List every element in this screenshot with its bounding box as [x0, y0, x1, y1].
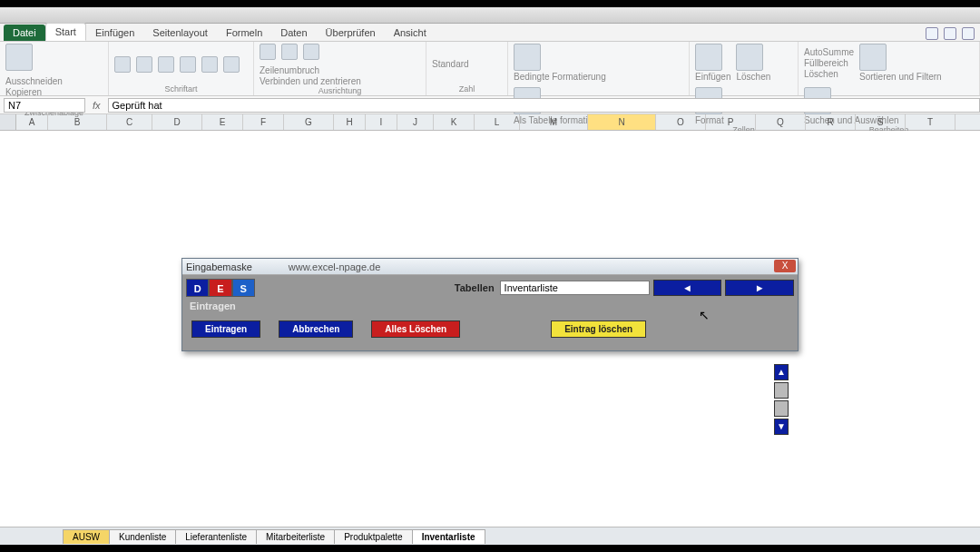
- col-header-C[interactable]: C: [107, 114, 152, 130]
- fill-color-icon[interactable]: [201, 56, 218, 73]
- tab-file[interactable]: Datei: [4, 25, 45, 41]
- dialog-titlebar[interactable]: Eingabemaske www.excel-npage.de X: [182, 259, 798, 275]
- conditional-formatting-icon[interactable]: [514, 44, 541, 71]
- ribbon: Ausschneiden Kopieren Format übertragen …: [0, 42, 980, 96]
- col-header-B[interactable]: B: [48, 114, 107, 130]
- sheet-tab-mitarbeiter[interactable]: Mitarbeiterliste: [256, 529, 335, 544]
- scroll-up-icon[interactable]: ▲: [774, 364, 789, 380]
- sheet-tab-lieferanten[interactable]: Lieferantenliste: [175, 529, 257, 544]
- col-header-J[interactable]: J: [397, 114, 434, 130]
- dialog-title: Eingabemaske: [186, 261, 252, 272]
- select-all-corner[interactable]: [0, 114, 16, 130]
- sheet-tab-kunden[interactable]: Kundenliste: [109, 529, 176, 544]
- bold-icon[interactable]: [114, 56, 131, 73]
- fill-button[interactable]: Füllbereich: [804, 58, 854, 68]
- delete-all-button[interactable]: Alles Löschen: [371, 320, 460, 338]
- delete-entry-button[interactable]: Eintrag löschen: [551, 320, 646, 338]
- tab-formeln[interactable]: Formeln: [217, 25, 271, 41]
- col-header-I[interactable]: I: [366, 114, 397, 130]
- window-titlebar: [0, 7, 980, 24]
- input-mask-dialog: Eingabemaske www.excel-npage.de X D E S …: [181, 258, 799, 351]
- align-right-icon[interactable]: [303, 44, 319, 60]
- tab-ansicht[interactable]: Ansicht: [385, 25, 436, 41]
- col-header-L[interactable]: L: [475, 114, 520, 130]
- col-header-P[interactable]: P: [706, 114, 756, 130]
- nav-next-button[interactable]: ►: [725, 280, 794, 296]
- autosum-button[interactable]: AutoSumme: [804, 47, 854, 57]
- scroll-down-icon[interactable]: ▼: [774, 419, 789, 435]
- nav-prev-button[interactable]: ◄: [653, 280, 722, 296]
- col-header-G[interactable]: G: [284, 114, 334, 130]
- number-format-dropdown[interactable]: Standard: [432, 59, 469, 69]
- group-align-label: Ausrichtung: [260, 86, 420, 95]
- col-header-E[interactable]: E: [202, 114, 243, 130]
- scroll-track[interactable]: [774, 382, 789, 399]
- scroll-track[interactable]: [774, 400, 789, 417]
- cancel-button[interactable]: Abbrechen: [279, 320, 353, 338]
- sort-filter-icon[interactable]: [859, 44, 887, 71]
- col-header-A[interactable]: A: [16, 114, 48, 130]
- d-button[interactable]: D: [186, 279, 209, 297]
- col-header-D[interactable]: D: [152, 114, 202, 130]
- tab-start[interactable]: Start: [45, 23, 86, 41]
- col-header-O[interactable]: O: [656, 114, 706, 130]
- border-icon[interactable]: [180, 56, 196, 73]
- enter-button[interactable]: Eintragen: [191, 320, 260, 338]
- copy-button[interactable]: Kopieren: [5, 87, 81, 97]
- tab-seitenlayout[interactable]: Seitenlayout: [143, 25, 217, 41]
- insert-cells-icon[interactable]: [695, 44, 722, 71]
- fx-icon[interactable]: fx: [93, 100, 101, 111]
- section-eintragen-label: Eintragen: [186, 299, 794, 313]
- paste-icon[interactable]: [5, 44, 33, 71]
- group-font-label: Schriftart: [114, 84, 248, 94]
- formula-bar: N7 fx Geprüft hat: [0, 96, 980, 114]
- col-header-K[interactable]: K: [434, 114, 475, 130]
- col-header-R[interactable]: R: [806, 114, 856, 130]
- sheet-tab-inventar[interactable]: Inventarliste: [412, 529, 485, 544]
- underline-icon[interactable]: [158, 56, 174, 73]
- col-header-N[interactable]: N: [588, 114, 656, 130]
- e-button[interactable]: E: [209, 279, 231, 297]
- font-color-icon[interactable]: [223, 56, 240, 73]
- column-headers: ABCDEFGHIJKLMNOPQRST: [0, 114, 980, 131]
- close-icon[interactable]: X: [774, 260, 796, 272]
- merge-center-button[interactable]: Verbinden und zentrieren: [260, 76, 361, 86]
- ribbon-tabs: Datei StartEinfügenSeitenlayoutFormelnDa…: [0, 24, 980, 42]
- col-header-F[interactable]: F: [243, 114, 284, 130]
- group-number-label: Zahl: [432, 84, 502, 94]
- delete-cells-icon[interactable]: [736, 44, 763, 71]
- align-left-icon[interactable]: [260, 44, 276, 60]
- col-header-M[interactable]: M: [520, 114, 588, 130]
- col-header-Q[interactable]: Q: [756, 114, 806, 130]
- name-box[interactable]: N7: [4, 98, 85, 113]
- table-select[interactable]: Inventarliste: [500, 281, 650, 295]
- clear-button[interactable]: Löschen: [804, 69, 854, 79]
- sheet-tab-produkt[interactable]: Produktpalette: [334, 529, 413, 544]
- tab-einfügen[interactable]: Einfügen: [86, 25, 143, 41]
- s-button[interactable]: S: [232, 279, 255, 297]
- formula-input[interactable]: Geprüft hat: [108, 98, 980, 113]
- wrap-text-button[interactable]: Zeilenumbruch: [260, 65, 361, 75]
- help-icon[interactable]: [926, 27, 938, 40]
- sheet-tabs: AUSW Kundenliste Lieferantenliste Mitarb…: [0, 527, 980, 545]
- italic-icon[interactable]: [136, 56, 152, 73]
- col-header-T[interactable]: T: [906, 114, 956, 130]
- tab-überprüfen[interactable]: Überprüfen: [317, 25, 385, 41]
- window-help-icon[interactable]: [962, 27, 975, 40]
- col-header-S[interactable]: S: [856, 114, 906, 130]
- minimize-ribbon-icon[interactable]: [944, 27, 956, 40]
- tab-daten[interactable]: Daten: [271, 25, 316, 41]
- cut-button[interactable]: Ausschneiden: [5, 76, 81, 86]
- col-header-H[interactable]: H: [334, 114, 366, 130]
- dialog-url: www.excel-npage.de: [289, 261, 381, 272]
- sheet-tab-ausw[interactable]: AUSW: [63, 529, 110, 544]
- tables-label: Tabellen: [455, 282, 495, 293]
- help-buttons: [926, 27, 975, 40]
- align-center-icon[interactable]: [281, 44, 298, 60]
